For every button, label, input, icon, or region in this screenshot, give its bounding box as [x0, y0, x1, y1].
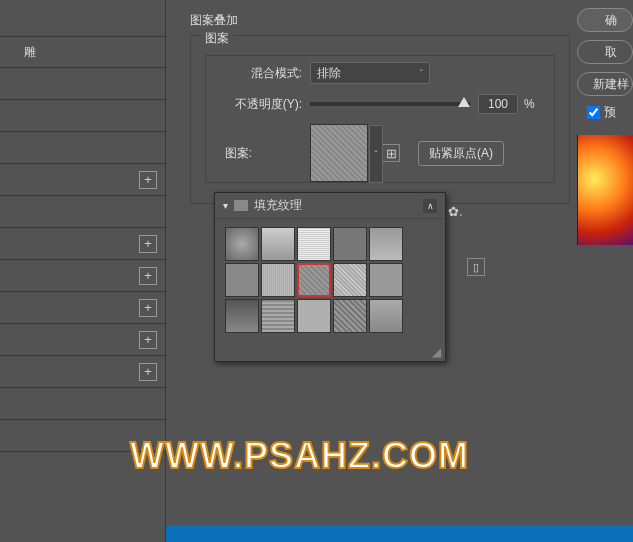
- list-row[interactable]: [0, 388, 165, 420]
- pattern-subgroup: 混合模式: 排除 ˇ 不透明度(Y): % 图案: ˇ ⊞ 贴紧原点(A): [205, 55, 555, 183]
- pattern-swatch[interactable]: [261, 263, 295, 297]
- pattern-swatch[interactable]: [369, 263, 403, 297]
- opacity-unit: %: [524, 97, 535, 111]
- blend-mode-value: 排除: [317, 65, 341, 82]
- blend-mode-dropdown[interactable]: 排除 ˇ: [310, 62, 430, 84]
- add-icon[interactable]: +: [139, 299, 157, 317]
- watermark-text: WWW.PSAHZ.COM: [130, 435, 469, 477]
- effect-preview: [577, 135, 633, 245]
- add-icon[interactable]: +: [139, 363, 157, 381]
- pattern-group-name: 填充纹理: [254, 197, 302, 214]
- preview-checkbox-row[interactable]: 预: [577, 104, 633, 121]
- opacity-input[interactable]: [478, 94, 518, 114]
- subgroup-title: 图案: [201, 30, 233, 47]
- ok-button[interactable]: 确: [577, 8, 633, 32]
- list-row[interactable]: 雕: [0, 36, 165, 68]
- chevron-down-icon: ˇ: [420, 68, 423, 78]
- folder-icon: [234, 200, 248, 211]
- list-row[interactable]: [0, 68, 165, 100]
- pattern-swatch[interactable]: [225, 299, 259, 333]
- list-row[interactable]: +: [0, 356, 165, 388]
- list-row[interactable]: [0, 100, 165, 132]
- pattern-swatch[interactable]: [369, 227, 403, 261]
- picker-menu-gear-icon[interactable]: ✿.: [448, 202, 466, 220]
- pattern-preview-swatch[interactable]: ˇ: [310, 124, 368, 182]
- list-row[interactable]: [0, 132, 165, 164]
- preview-thumbnail: [578, 135, 633, 245]
- add-icon[interactable]: +: [139, 235, 157, 253]
- preview-label: 预: [604, 104, 616, 121]
- slider-thumb-icon[interactable]: [458, 97, 470, 107]
- preview-checkbox[interactable]: [587, 106, 600, 119]
- list-item-label: 雕: [0, 44, 157, 61]
- resize-handle-icon[interactable]: ◢: [432, 345, 441, 359]
- pattern-picker-popup: ▾ 填充纹理 ∧ ◢: [214, 192, 446, 362]
- list-row[interactable]: +: [0, 292, 165, 324]
- group-title: 图案叠加: [190, 12, 633, 29]
- pattern-swatch[interactable]: [333, 299, 367, 333]
- list-row[interactable]: +: [0, 260, 165, 292]
- dialog-buttons: 确 取 新建样 预: [577, 8, 633, 245]
- list-row[interactable]: [0, 196, 165, 228]
- pattern-swatch[interactable]: [261, 299, 295, 333]
- pattern-swatch[interactable]: [225, 227, 259, 261]
- pattern-swatch[interactable]: [225, 263, 259, 297]
- link-scale-icon[interactable]: ▯: [467, 258, 485, 276]
- pattern-swatch[interactable]: [261, 227, 295, 261]
- opacity-row: 不透明度(Y): %: [206, 94, 554, 114]
- taskbar: [166, 518, 633, 542]
- blend-mode-label: 混合模式:: [206, 65, 302, 82]
- pattern-swatch[interactable]: [369, 299, 403, 333]
- pattern-swatch-selected[interactable]: [297, 263, 331, 297]
- new-style-button[interactable]: 新建样: [577, 72, 633, 96]
- scroll-up-icon[interactable]: ∧: [423, 199, 437, 213]
- opacity-slider[interactable]: [310, 102, 470, 106]
- chevron-down-icon: ˇ: [375, 149, 378, 159]
- pattern-overlay-group: 图案 混合模式: 排除 ˇ 不透明度(Y): % 图案: ˇ ⊞: [190, 35, 570, 204]
- add-icon[interactable]: +: [139, 171, 157, 189]
- pattern-label: 图案:: [206, 145, 252, 162]
- blend-mode-row: 混合模式: 排除 ˇ: [206, 62, 554, 84]
- pattern-swatch[interactable]: [297, 299, 331, 333]
- add-icon[interactable]: +: [139, 331, 157, 349]
- list-row[interactable]: +: [0, 228, 165, 260]
- pattern-grid: [215, 219, 445, 341]
- list-row[interactable]: +: [0, 164, 165, 196]
- add-icon[interactable]: +: [139, 267, 157, 285]
- pattern-swatch[interactable]: [333, 227, 367, 261]
- pattern-swatch[interactable]: [333, 263, 367, 297]
- snap-to-origin-button[interactable]: 贴紧原点(A): [418, 141, 504, 166]
- create-new-preset-icon[interactable]: ⊞: [382, 144, 400, 162]
- list-row[interactable]: +: [0, 324, 165, 356]
- cancel-button[interactable]: 取: [577, 40, 633, 64]
- pattern-row: 图案: ˇ ⊞ 贴紧原点(A): [206, 124, 554, 182]
- opacity-label: 不透明度(Y):: [206, 96, 302, 113]
- pattern-swatch[interactable]: [297, 227, 331, 261]
- picker-header: ▾ 填充纹理 ∧: [215, 193, 445, 219]
- collapse-icon[interactable]: ▾: [223, 200, 228, 211]
- pattern-picker-toggle[interactable]: ˇ: [369, 125, 383, 183]
